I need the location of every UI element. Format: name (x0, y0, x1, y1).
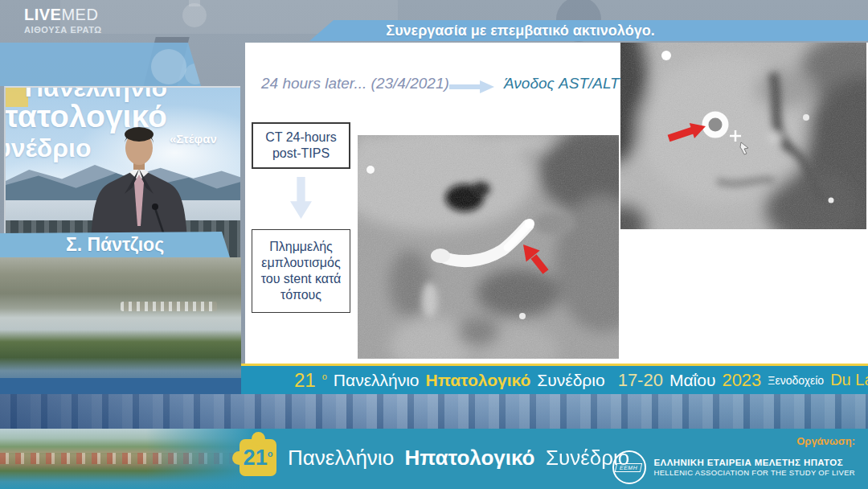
ct-axial-ring-image (620, 43, 866, 229)
footer-scenery (0, 429, 265, 489)
congress-dates: 17-20 (618, 370, 663, 391)
scenery-lake-view (0, 257, 241, 378)
livemed-logo: LIVEMED ΑΙΘΟΥΣΑ ΕΡΑΤΩ (24, 6, 102, 35)
footer-congress-title: Πανελλήνιο Ηπατολογικό Συνέδριο (288, 446, 637, 471)
ct-axial-stent-image (358, 135, 619, 359)
organizer-name-en: HELLENIC ASSOCIATION FOR THE STUDY OF LI… (654, 468, 855, 478)
slide-timeline-text: 24 hours later... (23/4/2021) (261, 75, 449, 92)
finding-label: Πλημμελής εμπλουτισμός του stent κατά τό… (257, 239, 345, 303)
scenery-village (121, 302, 217, 311)
scenery-blue-overlay (0, 378, 241, 394)
organizer-block: Οργάνωση: ΕΕΜΗ ΕΛΛΗΝΙΚΗ ΕΤΑΙΡΕΙΑ ΜΕΛΕΤΗΣ… (612, 435, 855, 484)
scenery-village-strip (0, 394, 868, 429)
right-block-arrow-icon (449, 80, 494, 93)
congress-word1: Πανελλήνιο (334, 371, 420, 390)
congress-word2: Ηπατολογικό (426, 371, 531, 390)
brand-live: LIVE (24, 6, 61, 23)
congress-puzzle-logo: 21ο (240, 439, 276, 476)
puzzle-knob-icon (151, 49, 186, 84)
eemh-logo: ΕΕΜΗ (612, 450, 646, 484)
session-title-banner: Συνεργασία με επεμβατικό ακτινολόγο. (309, 20, 868, 41)
brand-med: MED (61, 6, 98, 23)
down-block-arrow-icon (290, 177, 312, 219)
presentation-slide: 24 hours later... (23/4/2021) Άνοδος AST… (245, 43, 868, 364)
speaker-name: Σ. Πάντζιος (66, 234, 164, 256)
footer-word1: Πανελλήνιο (288, 446, 394, 470)
congress-number: 21ο (294, 369, 327, 392)
slide-result-text: Άνοδος AST/ALT (504, 75, 620, 92)
ct-post-tips-label: CT 24-hours post-TIPS (258, 129, 344, 162)
hotel-label: Ξενοδοχείο (768, 374, 824, 387)
session-title: Συνεργασία με επεμβατικό ακτινολόγο. (386, 23, 654, 39)
puzzle-piece-icon (180, 0, 209, 31)
organizer-name-el: ΕΛΛΗΝΙΚΗ ΕΤΑΙΡΕΙΑ ΜΕΛΕΤΗΣ ΗΠΑΤΟΣ (654, 457, 855, 468)
footer-word2: Ηπατολογικό (405, 446, 535, 470)
congress-word3: Συνέδριο (537, 371, 604, 390)
ct-post-tips-box: CT 24-hours post-TIPS (252, 122, 350, 169)
congress-year: 2023 (722, 370, 761, 391)
livestream-screen: LIVEMED ΑΙΘΟΥΣΑ ΕΡΑΤΩ Συνεργασία με επεμ… (0, 0, 868, 489)
puzzle-number: 21ο (244, 446, 273, 471)
speaker-name-banner: Σ. Πάντζιος (0, 232, 230, 257)
finding-box: Πλημμελής εμπλουτισμός του stent κατά τό… (252, 229, 350, 313)
footer-bar: 21ο Πανελλήνιο Ηπατολογικό Συνέδριο Οργά… (0, 429, 868, 489)
eemh-logo-text: ΕΕΜΗ (615, 463, 643, 472)
organizer-label: Οργάνωση: (796, 435, 855, 447)
congress-banner: 21ο Πανελλήνιο Ηπατολογικό Συνέδριο 17-2… (241, 364, 868, 394)
puzzle-knob-icon (185, 64, 206, 84)
left-decorative-band (0, 43, 201, 86)
congress-month: Μαΐου (669, 371, 715, 390)
hotel-name: Du Lac (830, 371, 868, 389)
room-label: ΑΙΘΟΥΣΑ ΕΡΑΤΩ (24, 25, 102, 35)
